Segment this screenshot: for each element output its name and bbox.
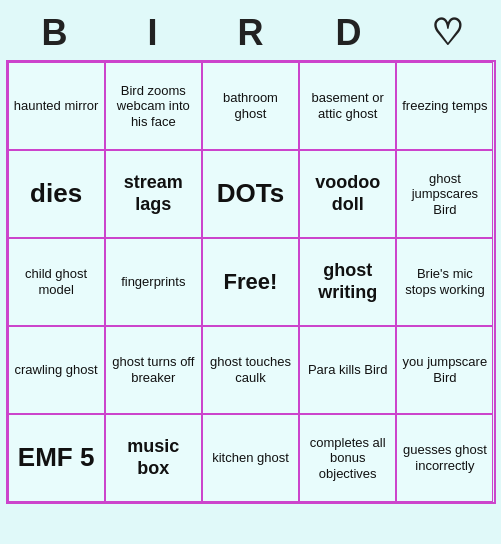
cell-3-3[interactable]: Para kills Bird [299,326,396,414]
cell-0-1[interactable]: Bird zooms webcam into his face [105,62,202,150]
cell-4-0[interactable]: EMF 5 [8,414,105,502]
cell-2-1[interactable]: fingerprints [105,238,202,326]
cell-1-2[interactable]: DOTs [202,150,299,238]
cell-1-4[interactable]: ghost jumpscares Bird [396,150,493,238]
bingo-grid: haunted mirrorBird zooms webcam into his… [6,60,496,504]
cell-0-2[interactable]: bathroom ghost [202,62,299,150]
cell-4-2[interactable]: kitchen ghost [202,414,299,502]
cell-1-1[interactable]: stream lags [105,150,202,238]
col-r: R [202,8,300,58]
cell-1-0[interactable]: dies [8,150,105,238]
cell-4-1[interactable]: music box [105,414,202,502]
cell-2-2[interactable]: Free! [202,238,299,326]
cell-1-3[interactable]: voodoo doll [299,150,396,238]
col-heart: ♡ [398,8,496,58]
cell-4-4[interactable]: guesses ghost incorrectly [396,414,493,502]
bingo-card: B I R D ♡ haunted mirrorBird zooms webca… [6,8,496,504]
cell-4-3[interactable]: completes all bonus objectives [299,414,396,502]
cell-3-2[interactable]: ghost touches caulk [202,326,299,414]
cell-0-0[interactable]: haunted mirror [8,62,105,150]
cell-3-1[interactable]: ghost turns off breaker [105,326,202,414]
cell-0-4[interactable]: freezing temps [396,62,493,150]
col-i: I [104,8,202,58]
col-b: B [6,8,104,58]
cell-3-0[interactable]: crawling ghost [8,326,105,414]
cell-0-3[interactable]: basement or attic ghost [299,62,396,150]
header-row: B I R D ♡ [6,8,496,58]
cell-3-4[interactable]: you jumpscare Bird [396,326,493,414]
cell-2-3[interactable]: ghost writing [299,238,396,326]
col-d: D [300,8,398,58]
cell-2-4[interactable]: Brie's mic stops working [396,238,493,326]
cell-2-0[interactable]: child ghost model [8,238,105,326]
